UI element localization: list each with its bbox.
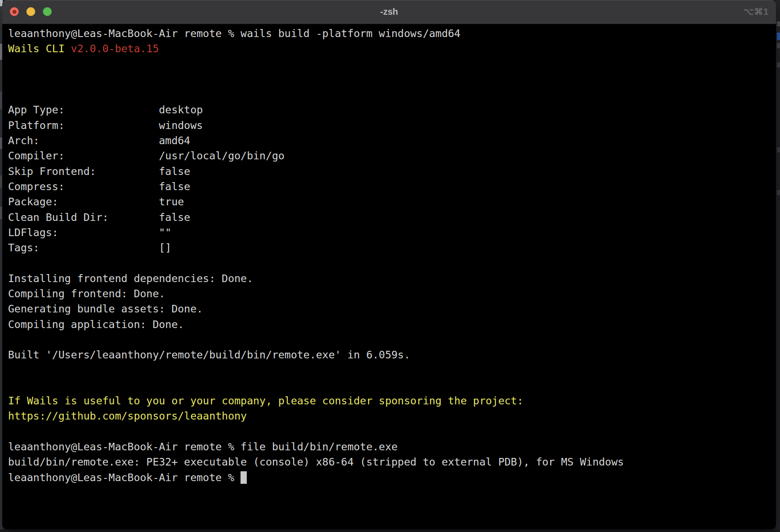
terminal-line: Installing frontend dependencies: Done. bbox=[8, 271, 776, 286]
terminal-line: If Wails is useful to you or your compan… bbox=[8, 393, 776, 408]
terminal-line bbox=[8, 57, 776, 72]
terminal-line: Generating bundle assets: Done. bbox=[8, 301, 776, 316]
terminal-line: Skip Frontend: false bbox=[8, 164, 776, 179]
terminal-line: leaanthony@Leas-MacBook-Air remote % fil… bbox=[8, 439, 776, 454]
terminal-line: Compiling application: Done. bbox=[8, 317, 776, 332]
terminal-line: Arch: amd64 bbox=[8, 133, 776, 148]
terminal-line bbox=[8, 378, 776, 393]
terminal-line bbox=[8, 87, 776, 102]
terminal-line: Wails CLI v2.0.0-beta.15 bbox=[8, 41, 776, 56]
background-fragment bbox=[777, 43, 780, 48]
tab-keyboard-shortcut: ⌥⌘1 bbox=[743, 0, 769, 24]
terminal-cursor bbox=[241, 471, 247, 484]
background-fragment bbox=[777, 190, 780, 195]
terminal-line: Clean Build Dir: false bbox=[8, 210, 776, 225]
background-window-sliver-right bbox=[776, 0, 780, 529]
terminal-window: -zsh ⌥⌘1 leaanthony@Leas-MacBook-Air rem… bbox=[2, 0, 776, 529]
terminal-line: build/bin/remote.exe: PE32+ executable (… bbox=[8, 454, 776, 470]
terminal-line: Compiler: /usr/local/go/bin/go bbox=[8, 148, 776, 163]
terminal-line: Compress: false bbox=[8, 179, 776, 194]
background-fragment bbox=[777, 62, 780, 67]
terminal-line bbox=[8, 255, 776, 270]
terminal-line: https://github.com/sponsors/leaanthony bbox=[8, 408, 776, 424]
terminal-line bbox=[8, 72, 776, 87]
terminal-line: LDFlags: "" bbox=[8, 225, 776, 240]
terminal-screen[interactable]: leaanthony@Leas-MacBook-Air remote % wai… bbox=[2, 24, 776, 529]
terminal-line bbox=[8, 424, 776, 439]
terminal-line: App Type: desktop bbox=[8, 102, 776, 117]
titlebar[interactable]: -zsh ⌥⌘1 bbox=[2, 0, 776, 24]
terminal-line: Tags: [] bbox=[8, 240, 776, 255]
window-title: -zsh bbox=[2, 0, 776, 24]
background-fragment bbox=[777, 147, 780, 152]
terminal-output: leaanthony@Leas-MacBook-Air remote % wai… bbox=[2, 24, 776, 485]
terminal-line: leaanthony@Leas-MacBook-Air remote % bbox=[8, 470, 776, 485]
background-fragment bbox=[777, 33, 780, 40]
terminal-line: leaanthony@Leas-MacBook-Air remote % wai… bbox=[8, 26, 776, 41]
terminal-line: Built '/Users/leaanthony/remote/build/bi… bbox=[8, 347, 776, 362]
terminal-line bbox=[8, 363, 776, 378]
terminal-line: Package: true bbox=[8, 194, 776, 209]
background-fragment bbox=[777, 21, 780, 26]
terminal-line: Compiling frontend: Done. bbox=[8, 286, 776, 301]
terminal-line: Platform: windows bbox=[8, 118, 776, 133]
terminal-line bbox=[8, 332, 776, 347]
